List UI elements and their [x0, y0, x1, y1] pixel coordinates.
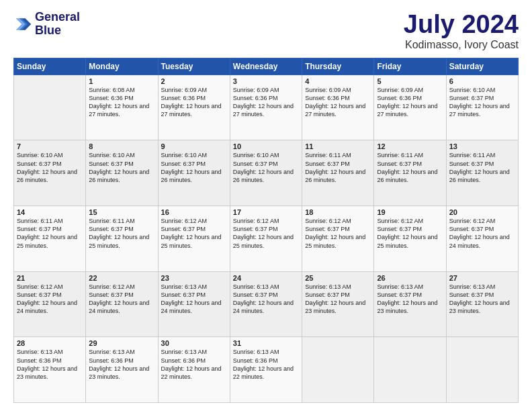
calendar-cell: 31Sunrise: 6:13 AM Sunset: 6:36 PM Dayli… — [230, 337, 302, 403]
calendar-cell: 8Sunrise: 6:10 AM Sunset: 6:37 PM Daylig… — [86, 140, 158, 206]
day-number: 25 — [305, 274, 371, 282]
cell-info: Sunrise: 6:11 AM Sunset: 6:37 PM Dayligh… — [17, 217, 83, 250]
day-number: 26 — [377, 274, 443, 282]
cell-info: Sunrise: 6:13 AM Sunset: 6:37 PM Dayligh… — [161, 283, 227, 316]
calendar-cell: 6Sunrise: 6:10 AM Sunset: 6:37 PM Daylig… — [446, 75, 518, 140]
day-number: 10 — [233, 142, 299, 150]
cell-info: Sunrise: 6:12 AM Sunset: 6:37 PM Dayligh… — [377, 217, 443, 250]
day-number: 9 — [161, 142, 227, 150]
cell-info: Sunrise: 6:13 AM Sunset: 6:36 PM Dayligh… — [89, 348, 154, 381]
day-number: 17 — [233, 208, 299, 216]
cell-info: Sunrise: 6:13 AM Sunset: 6:37 PM Dayligh… — [449, 283, 515, 316]
cell-info: Sunrise: 6:10 AM Sunset: 6:37 PM Dayligh… — [17, 151, 83, 184]
day-number: 2 — [161, 77, 227, 85]
calendar-cell: 25Sunrise: 6:13 AM Sunset: 6:37 PM Dayli… — [302, 271, 374, 337]
day-number: 3 — [233, 77, 299, 85]
day-number: 5 — [377, 77, 443, 85]
cell-info: Sunrise: 6:13 AM Sunset: 6:37 PM Dayligh… — [305, 283, 371, 316]
page-title: July 2024 — [404, 11, 519, 39]
col-friday: Friday — [374, 58, 446, 75]
calendar-cell: 21Sunrise: 6:12 AM Sunset: 6:37 PM Dayli… — [14, 271, 86, 337]
day-number: 6 — [449, 77, 515, 85]
calendar-cell: 22Sunrise: 6:12 AM Sunset: 6:37 PM Dayli… — [86, 271, 158, 337]
cell-info: Sunrise: 6:12 AM Sunset: 6:37 PM Dayligh… — [449, 217, 515, 250]
col-saturday: Saturday — [446, 58, 518, 75]
calendar-cell: 17Sunrise: 6:12 AM Sunset: 6:37 PM Dayli… — [230, 206, 302, 272]
calendar-cell — [374, 337, 446, 403]
day-number: 8 — [89, 142, 154, 150]
col-monday: Monday — [86, 58, 158, 75]
cell-info: Sunrise: 6:09 AM Sunset: 6:36 PM Dayligh… — [377, 86, 443, 119]
day-number: 20 — [449, 208, 515, 216]
calendar-cell: 2Sunrise: 6:09 AM Sunset: 6:36 PM Daylig… — [158, 75, 230, 140]
cell-info: Sunrise: 6:13 AM Sunset: 6:36 PM Dayligh… — [17, 348, 83, 381]
day-number: 27 — [449, 274, 515, 282]
day-number: 28 — [17, 339, 83, 347]
cell-info: Sunrise: 6:09 AM Sunset: 6:36 PM Dayligh… — [161, 86, 227, 119]
calendar-cell: 23Sunrise: 6:13 AM Sunset: 6:37 PM Dayli… — [158, 271, 230, 337]
calendar-week-row: 28Sunrise: 6:13 AM Sunset: 6:36 PM Dayli… — [14, 337, 519, 403]
calendar-cell: 15Sunrise: 6:11 AM Sunset: 6:37 PM Dayli… — [86, 206, 158, 272]
day-number: 24 — [233, 274, 299, 282]
day-number: 11 — [305, 142, 371, 150]
calendar-cell: 19Sunrise: 6:12 AM Sunset: 6:37 PM Dayli… — [374, 206, 446, 272]
col-wednesday: Wednesday — [230, 58, 302, 75]
cell-info: Sunrise: 6:09 AM Sunset: 6:36 PM Dayligh… — [233, 86, 299, 119]
day-number: 21 — [17, 274, 83, 282]
cell-info: Sunrise: 6:08 AM Sunset: 6:36 PM Dayligh… — [89, 86, 154, 119]
day-number: 19 — [377, 208, 443, 216]
day-number: 18 — [305, 208, 371, 216]
calendar-week-row: 21Sunrise: 6:12 AM Sunset: 6:37 PM Dayli… — [14, 271, 519, 337]
cell-info: Sunrise: 6:10 AM Sunset: 6:37 PM Dayligh… — [233, 151, 299, 184]
day-number: 15 — [89, 208, 154, 216]
calendar-header-row: Sunday Monday Tuesday Wednesday Thursday… — [14, 58, 519, 75]
calendar-cell: 9Sunrise: 6:10 AM Sunset: 6:37 PM Daylig… — [158, 140, 230, 206]
logo-icon — [13, 15, 32, 34]
cell-info: Sunrise: 6:10 AM Sunset: 6:37 PM Dayligh… — [449, 86, 515, 119]
cell-info: Sunrise: 6:12 AM Sunset: 6:37 PM Dayligh… — [233, 217, 299, 250]
header: General Blue July 2024 Kodimasso, Ivory … — [13, 11, 519, 51]
cell-info: Sunrise: 6:13 AM Sunset: 6:36 PM Dayligh… — [233, 348, 299, 381]
col-thursday: Thursday — [302, 58, 374, 75]
cell-info: Sunrise: 6:12 AM Sunset: 6:37 PM Dayligh… — [17, 283, 83, 316]
cell-info: Sunrise: 6:10 AM Sunset: 6:37 PM Dayligh… — [161, 151, 227, 184]
col-sunday: Sunday — [14, 58, 86, 75]
calendar-cell — [446, 337, 518, 403]
day-number: 14 — [17, 208, 83, 216]
day-number: 31 — [233, 339, 299, 347]
logo: General Blue — [13, 11, 80, 38]
calendar-cell: 14Sunrise: 6:11 AM Sunset: 6:37 PM Dayli… — [14, 206, 86, 272]
cell-info: Sunrise: 6:12 AM Sunset: 6:37 PM Dayligh… — [305, 217, 371, 250]
calendar-week-row: 1Sunrise: 6:08 AM Sunset: 6:36 PM Daylig… — [14, 75, 519, 140]
logo-text: General Blue — [35, 11, 80, 38]
day-number: 16 — [161, 208, 227, 216]
calendar-cell — [302, 337, 374, 403]
calendar-cell: 13Sunrise: 6:11 AM Sunset: 6:37 PM Dayli… — [446, 140, 518, 206]
calendar-cell — [14, 75, 86, 140]
calendar-table: Sunday Monday Tuesday Wednesday Thursday… — [13, 58, 519, 403]
cell-info: Sunrise: 6:13 AM Sunset: 6:37 PM Dayligh… — [377, 283, 443, 316]
calendar-cell: 1Sunrise: 6:08 AM Sunset: 6:36 PM Daylig… — [86, 75, 158, 140]
day-number: 23 — [161, 274, 227, 282]
col-tuesday: Tuesday — [158, 58, 230, 75]
cell-info: Sunrise: 6:12 AM Sunset: 6:37 PM Dayligh… — [161, 217, 227, 250]
day-number: 1 — [89, 77, 154, 85]
calendar-cell: 7Sunrise: 6:10 AM Sunset: 6:37 PM Daylig… — [14, 140, 86, 206]
day-number: 13 — [449, 142, 515, 150]
cell-info: Sunrise: 6:10 AM Sunset: 6:37 PM Dayligh… — [89, 151, 154, 184]
calendar-cell: 20Sunrise: 6:12 AM Sunset: 6:37 PM Dayli… — [446, 206, 518, 272]
day-number: 4 — [305, 77, 371, 85]
calendar-cell: 27Sunrise: 6:13 AM Sunset: 6:37 PM Dayli… — [446, 271, 518, 337]
page: General Blue July 2024 Kodimasso, Ivory … — [0, 0, 532, 411]
cell-info: Sunrise: 6:11 AM Sunset: 6:37 PM Dayligh… — [449, 151, 515, 184]
title-block: July 2024 Kodimasso, Ivory Coast — [404, 11, 519, 51]
page-subtitle: Kodimasso, Ivory Coast — [404, 39, 519, 51]
calendar-cell: 26Sunrise: 6:13 AM Sunset: 6:37 PM Dayli… — [374, 271, 446, 337]
calendar-cell: 16Sunrise: 6:12 AM Sunset: 6:37 PM Dayli… — [158, 206, 230, 272]
calendar-cell: 29Sunrise: 6:13 AM Sunset: 6:36 PM Dayli… — [86, 337, 158, 403]
calendar-cell: 3Sunrise: 6:09 AM Sunset: 6:36 PM Daylig… — [230, 75, 302, 140]
calendar-cell: 5Sunrise: 6:09 AM Sunset: 6:36 PM Daylig… — [374, 75, 446, 140]
calendar-week-row: 7Sunrise: 6:10 AM Sunset: 6:37 PM Daylig… — [14, 140, 519, 206]
calendar-cell: 12Sunrise: 6:11 AM Sunset: 6:37 PM Dayli… — [374, 140, 446, 206]
cell-info: Sunrise: 6:09 AM Sunset: 6:36 PM Dayligh… — [305, 86, 371, 119]
